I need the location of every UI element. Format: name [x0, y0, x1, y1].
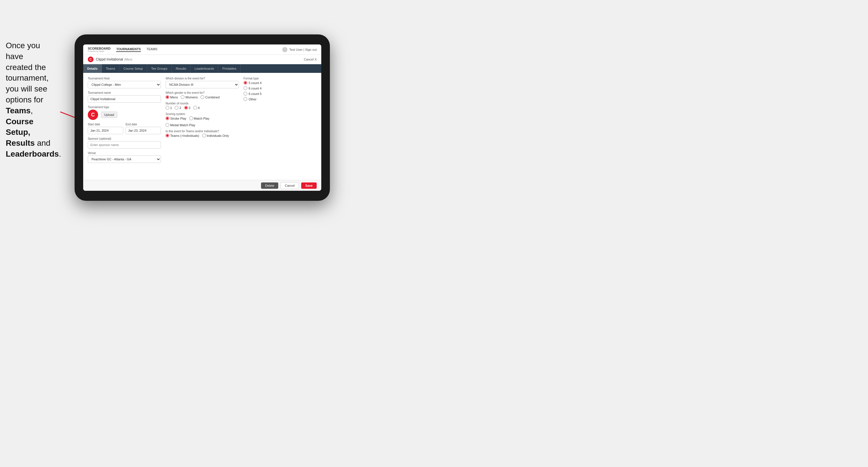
end-date-input[interactable]	[126, 127, 161, 134]
rounds-radio-group: 1 2 3 4	[165, 106, 239, 110]
format-5count4-radio[interactable]	[244, 81, 247, 85]
instruction-text: Once you have created the tournament, yo…	[0, 40, 63, 159]
nav-links: TOURNAMENTS TEAMS	[116, 47, 282, 52]
scoring-stroke-radio[interactable]	[165, 117, 169, 120]
name-input[interactable]	[88, 95, 161, 103]
cancel-button[interactable]: Cancel	[281, 182, 299, 189]
tournament-logo-small: C	[88, 57, 94, 62]
start-date-group: Start date	[88, 123, 123, 134]
logo-group: Tournament logo C Upload	[88, 105, 161, 120]
form-col2: Which division is the event for? NCAA Di…	[165, 77, 239, 166]
teams-radio-group: Teams (+Individuals) Individuals Only	[165, 134, 239, 137]
round-3[interactable]: 3	[184, 106, 190, 110]
format-label: Format type	[244, 77, 317, 80]
gender-group: Which gender is the event for? Mens Wome…	[165, 91, 239, 99]
teams-group: Is this event for Teams and/or Individua…	[165, 130, 239, 137]
tablet-frame: SCOREBOARD Powered by clippd TOURNAMENTS…	[74, 34, 330, 201]
gender-radio-group: Mens Womens Combined	[165, 95, 239, 99]
format-radio-group: 5 count 4 6 count 4 6 count 5	[244, 81, 317, 101]
format-6count5[interactable]: 6 count 5	[244, 92, 317, 96]
gender-combined-radio[interactable]	[200, 95, 204, 99]
gender-combined[interactable]: Combined	[200, 95, 219, 99]
rounds-group: Number of rounds 1 2	[165, 102, 239, 110]
gender-womens[interactable]: Womens	[181, 95, 198, 99]
main-content: Tournament Host Clippd College - Men Tou…	[83, 73, 321, 180]
nav-teams[interactable]: TEAMS	[147, 47, 157, 52]
logo-text: SCOREBOARD	[88, 47, 111, 50]
host-group: Tournament Host Clippd College - Men	[88, 77, 161, 88]
logo-sub: Powered by clippd	[88, 50, 111, 52]
round-4[interactable]: 4	[193, 106, 199, 110]
round-2-radio[interactable]	[175, 106, 179, 110]
host-select[interactable]: Clippd College - Men	[88, 81, 161, 88]
end-date-group: End date	[126, 123, 161, 134]
venue-label: Venue	[88, 152, 161, 155]
format-other[interactable]: Other	[244, 97, 317, 101]
tournament-subtitle: (Men)	[124, 58, 132, 61]
round-4-radio[interactable]	[193, 106, 197, 110]
scoring-radio-group: Stroke Play Match Play Medal Match Play	[165, 117, 239, 127]
format-6count4[interactable]: 6 count 4	[244, 86, 317, 90]
format-group: Format type 5 count 4 6 count 4	[244, 77, 317, 101]
scoring-match-radio[interactable]	[189, 117, 193, 120]
scoring-label: Scoring system	[165, 113, 239, 116]
end-date-label: End date	[126, 123, 161, 126]
tablet-screen: SCOREBOARD Powered by clippd TOURNAMENTS…	[83, 44, 321, 191]
start-date-input[interactable]	[88, 127, 123, 134]
tab-results[interactable]: Results	[172, 64, 191, 73]
scoring-stroke[interactable]: Stroke Play	[165, 117, 186, 120]
top-nav: SCOREBOARD Powered by clippd TOURNAMENTS…	[83, 44, 321, 55]
gender-womens-radio[interactable]	[181, 95, 184, 99]
nav-tournaments[interactable]: TOURNAMENTS	[116, 47, 141, 52]
action-bar: Delete Cancel Save	[83, 180, 321, 191]
gender-mens[interactable]: Mens	[165, 95, 178, 99]
round-2[interactable]: 2	[175, 106, 181, 110]
venue-select[interactable]: Peachtree GC - Atlanta - GA	[88, 155, 161, 163]
individuals-radio[interactable]	[202, 134, 206, 137]
scoring-medal-match[interactable]: Medal Match Play	[165, 123, 195, 127]
delete-button[interactable]: Delete	[261, 182, 278, 189]
upload-button[interactable]: Upload	[101, 112, 117, 118]
teams-radio[interactable]	[165, 134, 169, 137]
date-row: Start date End date	[88, 123, 161, 137]
teams-label: Is this event for Teams and/or Individua…	[165, 130, 239, 133]
division-group: Which division is the event for? NCAA Di…	[165, 77, 239, 88]
sponsor-label: Sponsor (optional)	[88, 137, 161, 140]
tab-bar: Details Teams Course Setup Tee Groups Re…	[83, 64, 321, 73]
cancel-top-button[interactable]: Cancel X	[304, 58, 317, 61]
format-5count4[interactable]: 5 count 4	[244, 81, 317, 85]
division-select[interactable]: NCAA Division III	[165, 81, 239, 88]
save-button[interactable]: Save	[301, 182, 317, 189]
scoring-match[interactable]: Match Play	[189, 117, 209, 120]
division-label: Which division is the event for?	[165, 77, 239, 80]
gender-mens-radio[interactable]	[165, 95, 169, 99]
round-3-radio[interactable]	[184, 106, 188, 110]
rounds-label: Number of rounds	[165, 102, 239, 105]
tab-course-setup[interactable]: Course Setup	[119, 64, 147, 73]
tab-leaderboards[interactable]: Leaderboards	[190, 64, 218, 73]
logo-area: SCOREBOARD Powered by clippd	[88, 47, 111, 52]
tab-tee-groups[interactable]: Tee Groups	[147, 64, 172, 73]
scoring-medal-match-radio[interactable]	[165, 123, 169, 127]
round-1-radio[interactable]	[165, 106, 169, 110]
user-avatar: T	[282, 47, 287, 52]
logo-circle: C	[88, 110, 98, 120]
format-other-radio[interactable]	[244, 97, 247, 101]
start-date-label: Start date	[88, 123, 123, 126]
logo-upload-area: C Upload	[88, 110, 161, 120]
sponsor-input[interactable]	[88, 141, 161, 149]
tab-details[interactable]: Details	[83, 64, 102, 73]
tournament-header: C Clippd Invitational (Men) Cancel X	[83, 55, 321, 64]
logo-label: Tournament logo	[88, 105, 161, 109]
tab-printables[interactable]: Printables	[218, 64, 241, 73]
tab-teams[interactable]: Teams	[102, 64, 119, 73]
tournament-title: Clippd Invitational	[96, 57, 123, 61]
teams-plus-individuals[interactable]: Teams (+Individuals)	[165, 134, 199, 137]
round-1[interactable]: 1	[165, 106, 172, 110]
format-6count4-radio[interactable]	[244, 86, 247, 90]
individuals-only[interactable]: Individuals Only	[202, 134, 229, 137]
format-6count5-radio[interactable]	[244, 92, 247, 96]
user-text[interactable]: Test User | Sign out	[289, 48, 317, 51]
user-area: T Test User | Sign out	[282, 47, 317, 52]
name-group: Tournament name	[88, 91, 161, 103]
